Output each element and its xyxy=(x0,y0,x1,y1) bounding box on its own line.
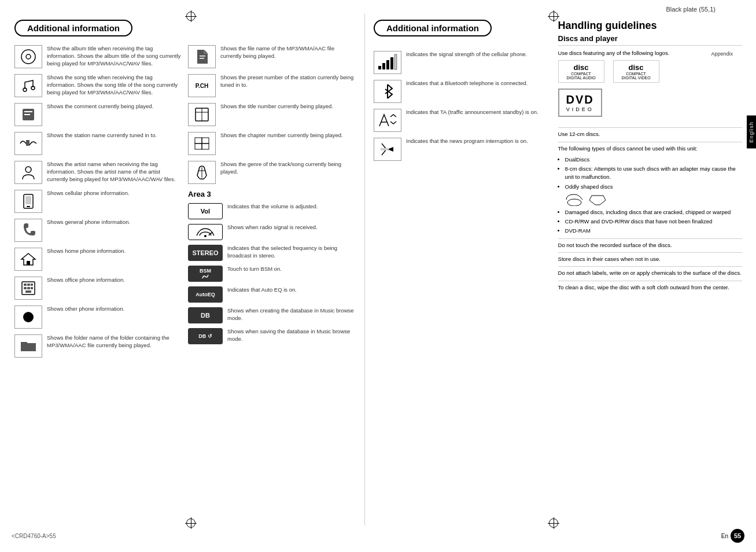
handling-section: Handling guidelines Discs and player Use… xyxy=(552,20,742,295)
office-phone-icon-text: Shows office phone information. xyxy=(47,277,182,284)
genre-icon-text: Shows the genre of the track/song curren… xyxy=(220,161,356,176)
dvd-logo: DVD VIDEO xyxy=(558,89,602,117)
area3-row: BSM Touch to turn BSM on. xyxy=(188,266,356,282)
rule-no-labels: Do not attach labels, write on or apply … xyxy=(558,266,742,277)
svg-rect-37 xyxy=(394,54,397,69)
svg-rect-36 xyxy=(390,57,393,69)
page-container: Black plate (55,1) Appendix English Addi… xyxy=(0,0,756,552)
home-phone-icon xyxy=(14,248,42,271)
radio-badge xyxy=(188,224,223,240)
left-icon-list: Show the album title when receiving the … xyxy=(14,45,182,363)
rule-following-types: The following types of discs cannot be u… xyxy=(558,142,742,235)
svg-point-0 xyxy=(21,50,35,64)
station-icon xyxy=(14,132,42,155)
news-icon xyxy=(374,138,401,161)
song-icon-text: Shows the song title when receiving the … xyxy=(47,74,182,96)
other-phone-icon-text: Shows other phone information. xyxy=(47,306,182,313)
bsm-badge: BSM xyxy=(188,266,223,282)
area3-title: Area 3 xyxy=(188,190,356,198)
svg-rect-14 xyxy=(27,284,30,286)
page-label: En xyxy=(721,533,728,539)
disc-types-list: DualDiscs 8-cm discs: Attempts to use su… xyxy=(558,156,742,206)
icon-row: Shows the station name currently tuned i… xyxy=(14,132,182,155)
svg-rect-15 xyxy=(31,284,33,286)
svg-point-32 xyxy=(204,235,206,237)
icon-row: Shows the folder name of the folder cont… xyxy=(14,334,182,358)
svg-rect-34 xyxy=(382,63,385,69)
svg-rect-26 xyxy=(195,138,202,143)
autoeq-badge: AutoEQ xyxy=(188,286,223,303)
svg-rect-33 xyxy=(378,66,381,69)
right-inner: Additional information xyxy=(374,20,742,295)
svg-rect-28 xyxy=(195,143,202,149)
phone-general-icon xyxy=(14,219,42,242)
plate-text: Black plate (55,1) xyxy=(666,6,716,13)
autoeq-text: Indicates that Auto EQ is on. xyxy=(227,286,356,294)
icon-row: Shows home phone information. xyxy=(14,248,182,271)
area3-row: Shows when radio signal is received. xyxy=(188,224,356,240)
more-disc-types-list: Damaged discs, including discs that are … xyxy=(558,208,742,235)
album-icon xyxy=(14,45,42,68)
svg-rect-22 xyxy=(200,58,204,59)
song-icon xyxy=(14,74,42,97)
stereo-text: Indicates that the selected frequency is… xyxy=(227,245,356,260)
area3-row: AutoEQ Indicates that Auto EQ is on. xyxy=(188,286,356,303)
icon-row: Shows general phone information. xyxy=(14,219,182,242)
rule-no-touch: Do not touch the recorded surface of the… xyxy=(558,238,742,249)
icon-row: Shows the artist name when receiving the… xyxy=(14,161,182,184)
icon-row: Shows the comment currently being played… xyxy=(14,103,182,126)
svg-rect-13 xyxy=(24,284,27,286)
svg-rect-6 xyxy=(24,114,30,115)
chapter-icon-text: Shows the chapter number currently being… xyxy=(220,132,356,139)
icon-row: Shows office phone information. xyxy=(14,277,182,300)
db-save-text: Shows when saving the database in Music … xyxy=(227,328,356,343)
rule-store-discs: Store discs in their cases when not in u… xyxy=(558,252,742,263)
left-section-title: Additional information xyxy=(14,20,132,36)
home-phone-icon-text: Shows home phone information. xyxy=(47,248,182,255)
list-item: CD-R/RW and DVD-R/RW discs that have not… xyxy=(565,218,742,226)
svg-rect-18 xyxy=(31,287,33,289)
db-badge: DB xyxy=(188,307,223,323)
svg-rect-19 xyxy=(25,290,31,293)
icon-row: Shows the chapter number currently being… xyxy=(188,132,356,155)
appendix-label: Appendix xyxy=(711,51,733,57)
svg-point-1 xyxy=(26,54,31,59)
icon-row: Shows cellular phone information. xyxy=(14,190,182,213)
right-icon-list: Shows the file name of the MP3/WMA/AAC f… xyxy=(188,45,356,363)
radio-text: Shows when radio signal is received. xyxy=(227,224,356,231)
svg-point-20 xyxy=(23,312,34,322)
title-num-icon xyxy=(188,103,216,126)
album-icon-text: Show the album title when receiving the … xyxy=(47,45,182,67)
discs-player-title: Discs and player xyxy=(558,34,742,46)
rule-clean-disc: To clean a disc, wipe the disc with a so… xyxy=(558,281,742,291)
icon-row: Shows the file name of the MP3/WMA/AAC f… xyxy=(188,45,356,68)
right-indicators: Additional information xyxy=(374,20,547,295)
svg-rect-29 xyxy=(202,143,209,149)
odd-discs-visual xyxy=(565,193,742,206)
icon-row: Shows other phone information. xyxy=(14,306,182,329)
area3-row: Vol Indicates that the volume is adjuste… xyxy=(188,203,356,219)
svg-point-40 xyxy=(567,199,581,206)
vol-text: Indicates that the volume is adjusted. xyxy=(227,203,356,211)
right-column: Additional information xyxy=(365,14,751,525)
ta-text: Indicates that TA (traffic announcement … xyxy=(406,109,547,116)
area3-row: DB Shows when creating the database in M… xyxy=(188,307,356,323)
page-badge: En 55 xyxy=(721,529,744,543)
indicator-row: Indicates that a Bluetooth telephone is … xyxy=(374,80,547,103)
list-item: Damaged discs, including discs that are … xyxy=(565,208,742,216)
news-text: Indicates that the news program interrup… xyxy=(406,138,547,145)
stereo-badge: STEREO xyxy=(188,245,223,261)
svg-rect-9 xyxy=(25,196,31,204)
cellular-icon-text: Shows cellular phone information. xyxy=(47,190,182,197)
page-number: 55 xyxy=(731,529,744,543)
bsm-text: Touch to turn BSM on. xyxy=(227,266,356,273)
db-save-badge: DB ↺ xyxy=(188,328,223,344)
footer: <CRD4760-A>55 En 55 xyxy=(6,525,750,546)
icon-row: P.CH Shows the preset number of the stat… xyxy=(188,74,356,97)
station-icon-text: Shows the station name currently tuned i… xyxy=(47,132,182,139)
folder-icon-text: Shows the folder name of the folder cont… xyxy=(47,334,182,349)
footer-code: <CRD4760-A>55 xyxy=(12,533,56,539)
svg-rect-27 xyxy=(202,138,209,143)
folder-icon xyxy=(14,334,42,358)
icon-row: Shows the title number currently being p… xyxy=(188,103,356,126)
